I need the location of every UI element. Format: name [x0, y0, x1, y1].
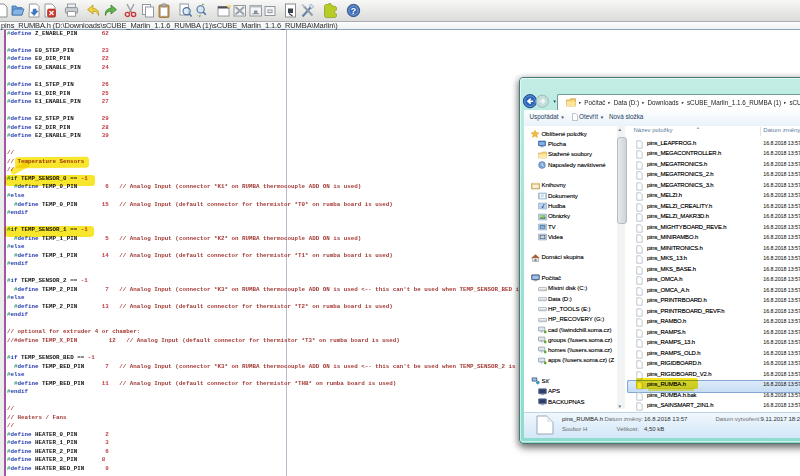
svg-text:?: ?	[350, 6, 356, 16]
